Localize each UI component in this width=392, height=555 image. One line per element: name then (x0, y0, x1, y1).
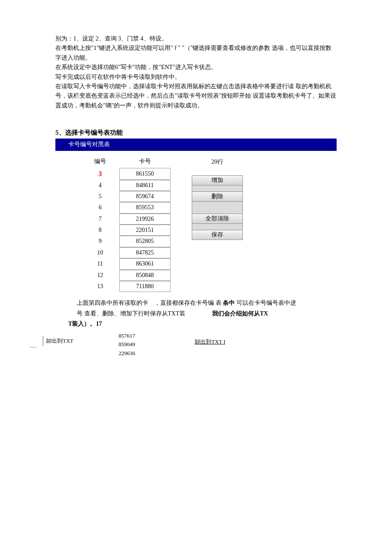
table-cell-card: 220151 (119, 225, 170, 236)
section-title: 5、选择卡号编号表功能 (55, 127, 337, 138)
intro-line-2: 在考勤机上按"1"键进入系统设定功能可以用" f " "（"键选择需要查看或修改… (55, 43, 337, 63)
extra-num: 229636 (118, 349, 135, 358)
table-cell-card: 852805 (119, 236, 170, 247)
table-cell-card: 863061 (119, 258, 170, 269)
bottom-seg-2b: 我们会介绍如何从TX (212, 310, 268, 317)
row-count-label: 20行 (211, 157, 223, 167)
table-cell-card: 711880 (119, 281, 170, 292)
button-spacer (192, 224, 243, 230)
table-cell-num: 11 (81, 258, 119, 269)
table-cell-num: 6 (81, 202, 119, 213)
bottom-seg-1c: 条中 (223, 300, 235, 306)
table-cell-num: 5 (81, 191, 119, 202)
table-row[interactable]: 11863061 (81, 258, 170, 269)
window-title-text: 卡号编号对黑表 (68, 141, 110, 147)
table-cell-num: 4 (81, 180, 119, 191)
table-row[interactable]: 10847825 (81, 247, 170, 258)
extra-section: 卸出到TXT 857617 859049 229636 卸出到TXT I (43, 332, 337, 358)
table-header-num: 编号 (81, 155, 119, 168)
table-cell-num: 10 (81, 247, 119, 258)
table-row[interactable]: 4848611 (81, 180, 170, 191)
ui-container: 编号 卡号 3861550484861158596746859553721992… (81, 155, 337, 292)
table-header-card: 卡号 (119, 155, 170, 168)
clear-all-button[interactable]: 全部清除 (192, 214, 243, 224)
bottom-seg-1a: 上面第四条中所有读取的卡 (77, 300, 148, 306)
table-cell-num: 9 (81, 236, 119, 247)
intro-paragraphs: 别为：1、设定 2、查询 3、门禁 4、特设。 在考勤机上按"1"键进入系统设定… (55, 34, 337, 110)
bottom-seg-1b: ，直接都保存在卡号编 表 (154, 300, 222, 306)
table-row[interactable]: 12850848 (81, 270, 170, 281)
intro-line-5: 在读取写入卡号编号功能中，选择读取卡号对照表用鼠标的左键点击选择表格中将要进行读… (55, 82, 337, 110)
table-cell-num: 8 (81, 225, 119, 236)
export-txt-button[interactable]: 卸出到TXT (43, 336, 76, 347)
save-button[interactable]: 保存 (192, 230, 243, 240)
extra-numbers-list: 857617 859049 229636 (118, 332, 135, 358)
extra-num: 859049 (118, 340, 135, 349)
table-cell-num: 7 (81, 214, 119, 225)
table-row[interactable]: 3861550 (81, 168, 170, 180)
table-row[interactable]: 9852805 (81, 236, 170, 247)
card-number-table[interactable]: 编号 卡号 3861550484861158596746859553721992… (81, 155, 170, 292)
button-spacer (192, 185, 243, 191)
divider (30, 347, 37, 347)
side-controls: 20行 增加 删除 全部清除 保存 (192, 157, 243, 240)
table-cell-card: 847825 (119, 247, 170, 258)
delete-button[interactable]: 删除 (192, 191, 243, 202)
table-cell-num: 12 (81, 270, 119, 281)
export-txt-link[interactable]: 卸出到TXT I (195, 338, 225, 347)
intro-line-1: 别为：1、设定 2、查询 3、门禁 4、特设。 (55, 34, 337, 43)
window-title-bar: 卡号编号对黑表 (55, 139, 337, 150)
table-row[interactable]: 6859553 (81, 202, 170, 213)
extra-num: 857617 (118, 332, 135, 341)
table-row[interactable]: 5859674 (81, 191, 170, 202)
bottom-seg-1d: 可以在卡号编号表中进 (236, 300, 296, 306)
table-row[interactable]: 7219926 (81, 214, 170, 225)
intro-line-4: 写卡完成以后可在软件中将卡号读取到软件中。 (55, 72, 337, 82)
button-spacer (192, 208, 243, 214)
bottom-seg-3: T装入）。17 (68, 319, 337, 329)
button-spacer (192, 202, 243, 208)
table-row[interactable]: 13711880 (81, 281, 170, 292)
table-cell-card: 219926 (119, 214, 170, 225)
table-cell-card: 848611 (119, 180, 170, 191)
table-cell-num: 3 (81, 168, 119, 180)
table-cell-card: 859674 (119, 191, 170, 202)
table-cell-card: 859553 (119, 202, 170, 213)
intro-line-3: 在系统设定中选择功能6"写卡"功能，按"ENT"进入写卡状态。 (55, 63, 337, 72)
table-row[interactable]: 8220151 (81, 225, 170, 236)
bottom-seg-2a: 号 查看、删除、增加下行时保存从TXT装 (77, 310, 185, 317)
table-cell-card: 850848 (119, 270, 170, 281)
bottom-description: 上面第四条中所有读取的卡 ，直接都保存在卡号编 表 条中 可以在卡号编号表中进 … (77, 298, 337, 329)
add-button[interactable]: 增加 (192, 175, 243, 185)
table-cell-card: 861550 (119, 168, 170, 180)
table-cell-num: 13 (81, 281, 119, 292)
